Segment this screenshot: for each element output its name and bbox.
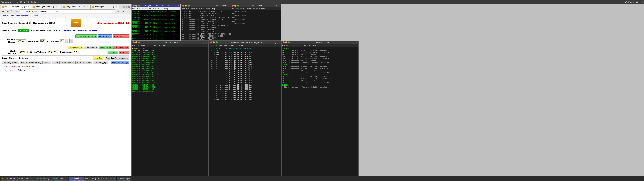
bookmark-btn[interactable]: ★ [122, 9, 126, 13]
allocate-device-btn[interactable]: Allocate Device [98, 34, 112, 38]
browser-maximize[interactable] [126, 6, 128, 8]
reset-btn[interactable]: Reset [52, 61, 60, 64]
show-variables-btn[interactable]: Show Variables [60, 61, 75, 64]
send-log-btn[interactable]: Send Log Window to ELog [20, 61, 42, 64]
taskbar-item-merger-input[interactable]: MergerInput... [52, 177, 68, 181]
new-tab-button[interactable]: + [119, 4, 123, 8]
run-dec-btn[interactable]: - [65, 39, 68, 43]
tsr-max[interactable] [237, 4, 239, 6]
rpp-menu-terminal[interactable]: Terminal [231, 44, 238, 46]
ar-menu-edit[interactable]: Edit [136, 44, 140, 46]
aida-ctrl-close[interactable] [282, 42, 284, 44]
ac-menu-search[interactable]: Search [296, 44, 302, 46]
footer-home[interactable]: Home [2, 69, 7, 71]
menu-btn[interactable]: ≡ [126, 9, 130, 13]
merger-menu-view[interactable]: View [142, 8, 146, 10]
volume-name-input[interactable] [16, 40, 26, 42]
ac-menu-help[interactable]: Help [312, 44, 316, 46]
rpp-max[interactable] [216, 42, 218, 44]
tab-close-0[interactable]: × [28, 6, 29, 8]
reload-btn[interactable]: Reload [43, 61, 52, 64]
bookmark-forums[interactable]: Forums [32, 15, 40, 17]
tab-close-3[interactable]: × [116, 6, 117, 8]
footer-service-def[interactable]: Service Definition [10, 69, 26, 71]
taskbar-item-rpp-aidas[interactable]: rpp@aidas-g... [35, 177, 52, 181]
taskbar-item-aida-mbs-co[interactable]: AIDA MBS Co... [18, 177, 35, 181]
aida-ctrl-max[interactable] [288, 42, 290, 44]
ar-menu-file[interactable]: File [132, 44, 135, 46]
taskbar-item-tape-service[interactable]: Tape Service [68, 177, 84, 181]
rpp-menu-search[interactable]: Search [224, 44, 230, 46]
tab-close-2[interactable]: × [87, 6, 88, 8]
run-inc-btn[interactable]: + [70, 39, 74, 43]
ac-menu-terminal[interactable]: Terminal [304, 44, 310, 46]
merger-close[interactable] [133, 4, 135, 6]
close-file-btn[interactable]: Close File [119, 50, 129, 54]
ts-menu-file[interactable]: File [182, 8, 185, 10]
places-menu[interactable]: Places [13, 1, 18, 3]
reload-button[interactable]: ↻ [10, 9, 14, 13]
rpp-min[interactable] [213, 42, 215, 44]
taskbar-item-data-relay-mbs[interactable]: Data Relay MBS [84, 177, 102, 181]
aida-ctrl-min[interactable] [285, 42, 287, 44]
ar-menu-help[interactable]: Help [162, 44, 166, 46]
initialize-volume-btn[interactable]: Initialize Volume [68, 46, 83, 49]
dismount-volume-btn[interactable]: Dismount Volume [113, 46, 129, 49]
aida-rate-max[interactable] [138, 42, 140, 44]
home-button[interactable]: ⌂ [15, 9, 19, 13]
aida-rate-min[interactable] [135, 42, 137, 44]
bookmark-centos[interactable]: CentOS [2, 15, 8, 17]
open-file-btn[interactable]: Open File [108, 50, 118, 54]
tsr-min[interactable] [234, 4, 236, 6]
bookmark-docs[interactable]: Documentation [16, 15, 31, 17]
tab-close-1[interactable]: × [58, 6, 60, 8]
run-number-input[interactable] [60, 40, 64, 42]
ac-menu-view[interactable]: View [291, 44, 295, 46]
locate-available-device-btn[interactable]: Locate Available Devices [76, 34, 97, 38]
identify-volume-btn[interactable]: Identify Volume [84, 46, 98, 49]
ts-menu-edit[interactable]: Edit [186, 8, 189, 10]
tsr-close[interactable] [232, 4, 234, 6]
taskbar-item-new-merger2[interactable]: New Merger [117, 177, 131, 181]
tape-server-max[interactable] [188, 4, 190, 6]
tab-newmerger-stats[interactable]: NewMerger Statistics @ aid... × [90, 4, 119, 8]
taskbar-item-aida-mbs-rate[interactable]: AIDA MBS Rate [1, 177, 18, 181]
show-log-window-btn[interactable]: Show Log Window [76, 61, 92, 64]
bookmark-wiki[interactable]: Wiki [10, 15, 14, 17]
no-storage-checkbox[interactable] [16, 57, 18, 59]
mount-volume-btn[interactable]: Mount Volume [99, 46, 113, 49]
rpp-menu-edit[interactable]: Edit [214, 44, 217, 46]
ar-menu-view[interactable]: View [141, 44, 145, 46]
rpp-menu-file[interactable]: File [210, 44, 213, 46]
merger-menu-edit[interactable]: Edit [137, 8, 140, 10]
merger-menu-terminal[interactable]: Terminal [155, 8, 163, 10]
tape-server-min[interactable] [185, 4, 187, 6]
applications-menu[interactable]: Applications [1, 1, 11, 3]
deallocate-device-btn[interactable]: Deallocate Device [113, 34, 129, 38]
rpp-menu-help[interactable]: Help [239, 44, 243, 46]
ts-menu-search[interactable]: Search [196, 8, 202, 10]
browser-close[interactable] [128, 6, 130, 8]
ts-menu-help[interactable]: Help [212, 8, 215, 10]
merger-max[interactable] [138, 4, 140, 6]
ar-menu-search[interactable]: Search [146, 44, 152, 46]
browser-minimize[interactable] [123, 6, 125, 8]
reset-tape-server-btn[interactable]: Reset Tape Server Interfaces [105, 56, 129, 60]
tab-newmerger-control[interactable]: NewMerger: Control @ aid... × [31, 4, 61, 8]
forward-button[interactable]: ▶ [6, 9, 10, 13]
rpp-menu-view[interactable]: View [218, 44, 222, 46]
how-to-use-btn[interactable]: How to use this page [111, 61, 129, 64]
merger-menu-search[interactable]: Search [148, 8, 154, 10]
address-bar[interactable] [20, 10, 115, 13]
taskbar-item-new-merger[interactable]: New Merger [102, 177, 116, 181]
empty-log-btn[interactable]: Empty Log Window [2, 61, 19, 64]
merger-min[interactable] [135, 4, 137, 6]
ac-menu-file[interactable]: File [282, 44, 285, 46]
rpp-close[interactable] [210, 42, 212, 44]
ar-menu-terminal[interactable]: Terminal [154, 44, 160, 46]
next-run-btn[interactable]: Next Run [93, 56, 103, 60]
merger-menu-help[interactable]: Help [164, 8, 168, 10]
tab-merger-input[interactable]: Merger Input Data Link Ratio... × [62, 4, 90, 8]
merger-menu-file[interactable]: File [132, 8, 135, 10]
run-name-input[interactable] [40, 40, 45, 42]
